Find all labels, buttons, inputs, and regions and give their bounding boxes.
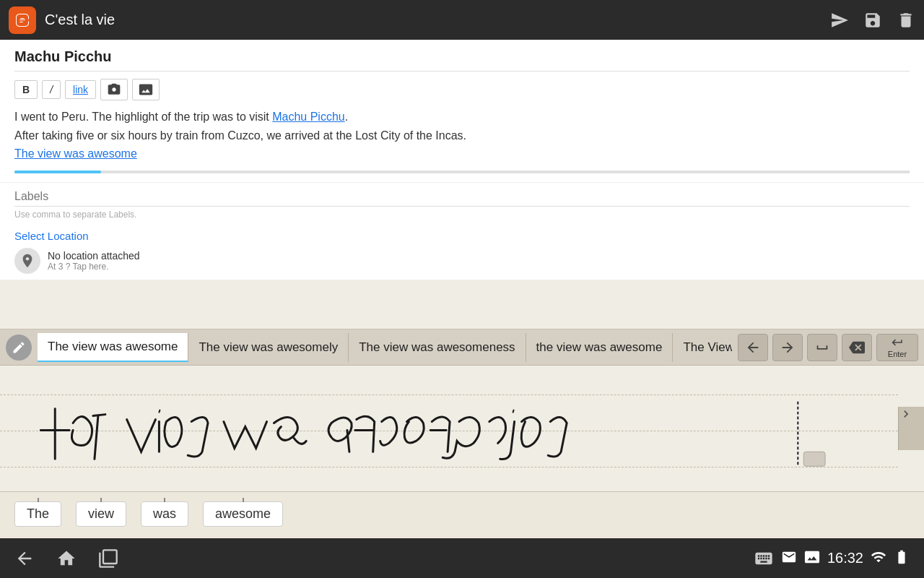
- clock: 16:32: [827, 550, 863, 566]
- save-button[interactable]: [863, 11, 882, 30]
- link-button[interactable]: link: [65, 80, 96, 99]
- gallery-icon-wrap: [804, 549, 820, 568]
- top-bar: C'est la vie: [0, 0, 924, 40]
- token-accent-1: [100, 498, 102, 502]
- back-button[interactable]: [738, 334, 768, 361]
- location-row: No location attached At 3 ? Tap here.: [14, 248, 910, 274]
- wifi-icon: [871, 549, 886, 565]
- keyboard-right-actions: Enter: [738, 334, 918, 361]
- location-section: Select Location No location attached At …: [0, 224, 924, 280]
- scroll-thumb: [14, 171, 101, 173]
- enter-label: Enter: [888, 350, 907, 358]
- handwriting-logo-icon: [12, 340, 26, 355]
- backspace-button[interactable]: [842, 334, 872, 361]
- word-tokens-bar: The view was awesome: [0, 492, 924, 535]
- handwriting-svg: [0, 366, 924, 491]
- body-line2: After taking five or six hours by train …: [14, 126, 910, 145]
- location-sub: At 3 ? Tap here.: [48, 262, 140, 272]
- machu-link[interactable]: Machu Picchu: [272, 111, 345, 123]
- recents-nav-button[interactable]: [98, 548, 118, 569]
- word-token-0[interactable]: The: [14, 501, 61, 527]
- wifi-icon-wrap: [871, 549, 886, 568]
- top-bar-actions: [830, 11, 915, 30]
- keyboard-top-bar: The view was awesome The view was awesom…: [0, 329, 924, 366]
- camera-icon: [107, 82, 121, 97]
- location-name: No location attached: [48, 250, 140, 262]
- keyboard-logo: [6, 335, 32, 361]
- labels-hint: Use comma to separate Labels.: [14, 210, 910, 220]
- space-button[interactable]: [807, 334, 837, 361]
- send-icon: [830, 11, 849, 30]
- location-icon: [19, 253, 35, 269]
- word-token-1[interactable]: view: [76, 501, 126, 527]
- delete-icon: [897, 11, 915, 30]
- body-line1: I went to Peru. The highlight of the tri…: [14, 108, 910, 126]
- image-button[interactable]: [132, 79, 160, 100]
- save-icon: [863, 11, 882, 30]
- space-icon: [814, 340, 830, 355]
- home-nav-icon: [56, 548, 77, 569]
- home-nav-button[interactable]: [56, 548, 77, 569]
- keyboard-toggle-button[interactable]: [754, 548, 774, 569]
- app-title: C'est la vie: [45, 12, 830, 28]
- location-info: No location attached At 3 ? Tap here.: [48, 250, 140, 272]
- back-nav-icon: [14, 548, 35, 569]
- next-page-button[interactable]: [898, 407, 924, 450]
- back-icon: [745, 340, 761, 355]
- back-nav-button[interactable]: [14, 548, 35, 569]
- editor-area: B / link I went to Peru. The highlight o…: [0, 40, 924, 182]
- token-accent-2: [164, 498, 165, 502]
- handwriting-canvas[interactable]: [0, 366, 924, 492]
- labels-input[interactable]: [14, 190, 910, 207]
- bottom-nav: 16:32: [0, 538, 924, 578]
- scroll-indicator: [14, 171, 910, 173]
- suggestion-item-1[interactable]: The view was awesomely: [188, 333, 349, 362]
- recents-nav-icon: [98, 548, 118, 569]
- italic-button[interactable]: /: [42, 80, 61, 99]
- send-button[interactable]: [830, 11, 849, 30]
- token-accent-3: [243, 498, 244, 502]
- camera-button[interactable]: [100, 79, 128, 100]
- enter-button[interactable]: Enter: [876, 334, 918, 361]
- suggestion-item-4[interactable]: The View Was Awesome: [673, 333, 732, 362]
- forward-button[interactable]: [772, 334, 803, 361]
- token-accent-0: [38, 498, 39, 502]
- gallery-status-icon: [804, 549, 820, 565]
- formatting-bar: B / link: [14, 79, 910, 100]
- battery-icon-wrap: [894, 549, 910, 568]
- blogger-icon: [14, 12, 31, 29]
- select-location-button[interactable]: Select Location: [14, 230, 89, 242]
- bold-button[interactable]: B: [14, 80, 38, 99]
- email-icon-wrap: [781, 549, 797, 568]
- autocomplete-text: The view was awesome: [14, 147, 137, 160]
- status-bar: 16:32: [754, 548, 910, 569]
- post-title-input[interactable]: [14, 48, 910, 72]
- word-token-3[interactable]: awesome: [203, 501, 283, 527]
- image-icon: [139, 82, 153, 97]
- forward-icon: [780, 340, 796, 355]
- location-icon-wrap: [14, 248, 40, 274]
- post-body[interactable]: I went to Peru. The highlight of the tri…: [14, 108, 910, 163]
- labels-section: Use comma to separate Labels.: [0, 182, 924, 224]
- body-line3: The view was awesome: [14, 144, 910, 163]
- keyboard-icon: [754, 548, 774, 569]
- enter-icon: [891, 336, 904, 349]
- battery-icon: [894, 549, 910, 565]
- email-status-icon: [781, 549, 797, 565]
- chevron-right-icon: [899, 407, 913, 421]
- nav-buttons: [14, 548, 118, 569]
- app-icon: [9, 7, 36, 34]
- backspace-icon: [849, 340, 865, 355]
- svg-rect-1: [803, 452, 825, 466]
- delete-button[interactable]: [897, 11, 915, 30]
- suggestion-item-0[interactable]: The view was awesome: [38, 333, 188, 362]
- suggestions-bar: The view was awesome The view was awesom…: [38, 333, 732, 362]
- suggestion-item-3[interactable]: the view was awesome: [526, 333, 674, 362]
- keyboard-area: The view was awesome The view was awesom…: [0, 329, 924, 538]
- word-token-2[interactable]: was: [141, 501, 188, 527]
- suggestion-item-2[interactable]: The view was awesomeness: [349, 333, 526, 362]
